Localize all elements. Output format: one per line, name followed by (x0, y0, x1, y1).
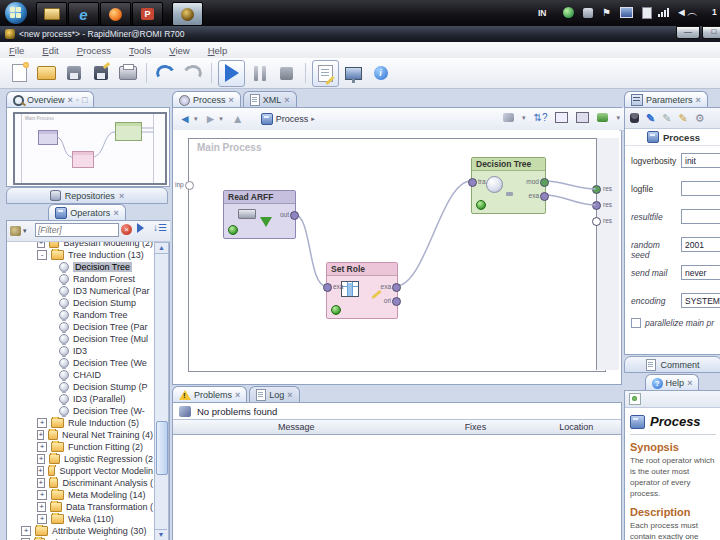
expand-icon[interactable]: + (37, 242, 45, 248)
tree-folder[interactable]: +Logistic Regression (2 (7, 453, 153, 465)
export-dropdown-icon[interactable]: ▾ (616, 114, 620, 122)
maximize-panel-icon[interactable]: ◦ (76, 96, 79, 104)
expand-icon[interactable]: + (37, 418, 47, 428)
menu-view[interactable]: View (160, 44, 198, 57)
tree-operator[interactable]: ID3 (7, 345, 153, 357)
close-icon[interactable]: × (687, 379, 692, 387)
port-out-ori[interactable] (392, 297, 401, 306)
param-value-encoding[interactable]: SYSTEM (681, 293, 720, 308)
clear-filter-icon[interactable]: × (121, 224, 132, 235)
expand-icon[interactable]: + (37, 454, 45, 464)
column-message[interactable]: Message (173, 422, 419, 432)
tree-operator[interactable]: Decision Tree (Mul (7, 333, 153, 345)
chevron-down-icon[interactable]: ▾ (23, 227, 27, 235)
operator-decision-tree[interactable]: Decision Treetramodexa (471, 157, 546, 214)
tree-folder[interactable]: +Discriminant Analysis ( (7, 477, 153, 489)
tree-folder[interactable]: +Neural Net Training (4) (7, 429, 153, 441)
expand-icon[interactable]: + (37, 478, 45, 488)
wrench-gray-icon[interactable]: ✎ (662, 112, 671, 125)
pause-process-button[interactable] (247, 61, 272, 86)
close-icon[interactable]: × (229, 96, 234, 104)
maximize-button[interactable]: □ (702, 26, 720, 39)
close-icon[interactable]: × (113, 209, 118, 217)
operator-set-role[interactable]: Set Roleexaexaori (326, 262, 398, 319)
taskbar-language-indicator[interactable]: IN (538, 6, 547, 19)
tree-operator[interactable]: Random Forest (7, 273, 153, 285)
tree-folder[interactable]: +Weka (110) (7, 513, 153, 525)
process-input-port[interactable] (185, 181, 194, 190)
zoom-tool-icon[interactable] (503, 113, 514, 122)
tree-folder[interactable]: +Support Vector Modelin (7, 465, 153, 477)
open-process-button[interactable] (34, 61, 59, 86)
menu-edit[interactable]: Edit (33, 44, 67, 57)
param-value-logfile[interactable] (681, 181, 720, 196)
tab-help[interactable]: ? Help × (645, 374, 700, 391)
collapse-icon[interactable]: - (37, 250, 47, 260)
tray-usb-device-icon[interactable] (583, 6, 593, 19)
expand-icon[interactable]: + (37, 490, 47, 500)
process-canvas[interactable]: Main Process inp resresres Read ARFFoutS… (173, 130, 619, 383)
comment-bar[interactable]: Comment (624, 356, 720, 373)
expand-icon[interactable]: + (37, 514, 47, 524)
expand-icon[interactable]: + (37, 466, 44, 476)
taskbar-app-internet-explorer[interactable]: e (68, 2, 99, 26)
param-value-resultfile[interactable] (681, 209, 720, 224)
close-icon[interactable]: × (119, 192, 124, 200)
tree-operator[interactable]: Decision Tree (We (7, 357, 153, 369)
operator-read-arff[interactable]: Read ARFFout (223, 190, 296, 239)
operator-info-icon[interactable] (630, 113, 639, 123)
detach-panel-icon[interactable]: □ (82, 96, 87, 104)
new-process-button[interactable] (7, 61, 32, 86)
tree-operator[interactable]: Decision Tree (7, 261, 153, 273)
taskbar-app-powerpoint[interactable]: P (132, 2, 163, 26)
expand-icon[interactable]: + (37, 442, 47, 452)
close-icon[interactable]: × (284, 96, 289, 104)
menu-tools[interactable]: Tools (120, 44, 160, 57)
tree-folder[interactable]: +Meta Modeling (14) (7, 489, 153, 501)
taskbar-app-rapidminer[interactable] (172, 2, 203, 26)
result-port[interactable] (592, 201, 601, 210)
repositories-bar[interactable]: Repositories × (6, 187, 168, 204)
tree-folder[interactable]: +Attribute Weighting (30) (7, 525, 153, 537)
menu-file[interactable]: File (0, 44, 33, 57)
zoom-dropdown-icon[interactable]: ▾ (522, 114, 526, 122)
tab-overview[interactable]: Overview × ◦ □ (6, 91, 94, 108)
auto-layout-icon[interactable] (576, 112, 589, 123)
tab-xml[interactable]: XML × (243, 91, 297, 108)
forward-icon[interactable]: ► (204, 112, 216, 126)
port-in-exa[interactable] (323, 283, 332, 292)
tree-operator[interactable]: ID3 Numerical (Par (7, 285, 153, 297)
tray-signal-bars-icon[interactable] (658, 6, 669, 19)
operator-menu-icon[interactable] (10, 226, 21, 236)
tab-problems[interactable]: Problems × (172, 386, 247, 403)
scroll-down-icon[interactable]: ▼ (155, 529, 167, 540)
tree-folder[interactable]: -Tree Induction (13) (7, 249, 153, 261)
param-value-logverbosity[interactable]: init (681, 153, 720, 168)
tree-operator[interactable]: ID3 (Parallel) (7, 393, 153, 405)
column-fixes[interactable]: Fixes (419, 422, 531, 432)
param-value-random-seed[interactable]: 2001 (681, 237, 720, 252)
tray-document-icon[interactable] (642, 6, 652, 19)
scroll-up-icon[interactable]: ▲ (155, 243, 168, 254)
tray-remote-display-icon[interactable] (620, 6, 633, 19)
sort-icon[interactable]: ↓☰ (153, 222, 167, 233)
start-button[interactable] (5, 2, 27, 24)
tree-folder[interactable]: +Function Fitting (2) (7, 441, 153, 453)
port-out-out[interactable] (290, 211, 299, 220)
wrench-edit-icon[interactable]: ✎ (678, 112, 687, 125)
print-button[interactable] (115, 61, 140, 86)
taskbar-app-firefox[interactable] (100, 2, 131, 26)
back-icon[interactable]: ◄ (179, 112, 191, 126)
port-out-mod[interactable] (540, 178, 549, 187)
tray-notification-flag-icon[interactable]: ⚑ (602, 6, 611, 19)
help-bookmark-icon[interactable] (629, 393, 641, 405)
tree-operator[interactable]: Decision Tree (Par (7, 321, 153, 333)
results-view-button[interactable] (341, 61, 366, 86)
overview-viewport[interactable]: Main Process (13, 112, 167, 185)
frame-icon[interactable] (555, 112, 568, 123)
save-process-as-button[interactable] (88, 61, 113, 86)
stop-process-button[interactable] (274, 61, 299, 86)
result-port[interactable] (592, 217, 601, 226)
fit-content-icon[interactable]: ⇅? (534, 112, 548, 123)
column-location[interactable]: Location (531, 422, 621, 432)
